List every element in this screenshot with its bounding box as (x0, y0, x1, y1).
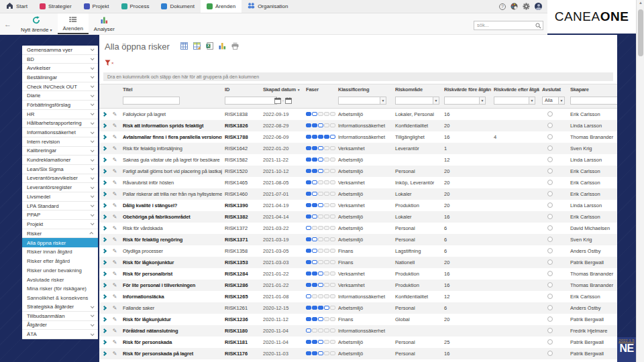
risk-title[interactable]: Otydliga processer (120, 248, 222, 254)
module-tab-strategier[interactable]: Strategier (34, 0, 78, 13)
edit-row-icon[interactable]: ✎ (109, 225, 120, 231)
sidebar-group-intern-revision[interactable]: Intern revision (22, 137, 98, 147)
expand-row-icon[interactable] (102, 135, 107, 139)
edit-row-icon[interactable]: ✎ (109, 259, 120, 265)
closed-radio[interactable] (547, 259, 553, 265)
titel-filter-input[interactable] (123, 97, 180, 105)
sidebar-group-projekt[interactable]: Projekt (22, 220, 98, 229)
table-row[interactable]: ✎Avtalsmallar finns i flera parallella v… (99, 131, 617, 143)
closed-radio[interactable] (547, 145, 553, 151)
edit-row-icon[interactable]: ✎ (109, 134, 120, 140)
edit-row-icon[interactable]: ✎ (109, 180, 120, 186)
closed-radio[interactable] (547, 248, 553, 253)
expand-row-icon[interactable] (102, 237, 107, 242)
sidebar-group-f-rb-ttringsf-rslag[interactable]: Förbättringsförslag (22, 101, 98, 110)
column-header-riskomrade[interactable]: Riskområde (392, 86, 441, 93)
tab-arenden[interactable]: Ärenden (58, 13, 89, 34)
sidebar-group--ta[interactable]: ÄTA (22, 330, 98, 339)
theme-icon[interactable] (511, 1, 518, 13)
module-tab-start[interactable]: Start (0, 0, 34, 13)
sidebar-group-diarie[interactable]: Diarie (22, 91, 98, 101)
edit-row-icon[interactable]: ✎ (109, 271, 120, 277)
closed-radio[interactable] (547, 157, 553, 162)
sidebar-group-avvikelser[interactable]: Avvikelser (22, 64, 98, 73)
table-row[interactable]: ✎Obehöriga på fabriksområdetRISK13822021… (99, 211, 617, 223)
print-icon[interactable] (231, 40, 239, 52)
filter-icon[interactable] (105, 57, 111, 69)
risk-title[interactable]: Farligt avfall glöms bort vid placering … (120, 168, 222, 174)
sidebar-group-risker[interactable]: Risker (22, 229, 98, 239)
risk-title[interactable]: Pallar riskerar att trilla ner från nya … (120, 191, 222, 197)
risk-title[interactable]: Informationsläcka (120, 294, 222, 300)
edit-row-icon[interactable]: ✎ (109, 351, 120, 357)
sidebar-item-alla-ppna-risker[interactable]: Alla öppna risker (22, 238, 98, 247)
sidebar-item-risker-innan-tg-rd[interactable]: Risker innan åtgärd (22, 247, 98, 257)
column-header-skapad-datum[interactable]: Skapad datum ▼ (260, 86, 303, 93)
edit-row-icon[interactable]: ✎ (109, 248, 120, 254)
excel-export-icon[interactable]: X (206, 40, 213, 52)
table-row[interactable]: ✎InformationsläckaRISK12652021-01-08Info… (99, 291, 617, 302)
sidebar-group-leverant-rsregister[interactable]: Leverantörsregister (22, 183, 98, 192)
closed-radio[interactable] (547, 271, 553, 276)
datagrid-view-icon[interactable] (180, 40, 188, 52)
column-header-id[interactable]: ID (222, 86, 260, 93)
expand-row-icon[interactable] (102, 203, 107, 208)
module-tab-projekt[interactable]: Projekt (78, 0, 115, 13)
column-header-avslutat[interactable]: Avslutat (539, 86, 568, 93)
edit-row-icon[interactable]: ✎ (109, 316, 120, 322)
risk-title[interactable]: Obehöriga på fabriksområdet (120, 214, 222, 220)
expand-row-icon[interactable] (102, 146, 107, 151)
table-row[interactable]: ✎Fallande sakerRISK12612020-12-15Arbetsm… (99, 302, 617, 314)
sidebar-item-mina-risker-f-r-risk-gare-[interactable]: Mina risker (för riskägare) (22, 284, 98, 294)
date-from-picker[interactable] (274, 95, 281, 107)
risk-title[interactable]: Risk för vårdskada (120, 225, 222, 231)
closed-radio[interactable] (547, 294, 553, 299)
edit-row-icon[interactable]: ✎ (109, 202, 120, 208)
table-row[interactable]: ✎Otydliga processerRISK13582021-03-05Fin… (99, 245, 617, 257)
edit-row-icon[interactable]: ✎ (109, 157, 120, 163)
risk-title[interactable]: Risk för felaktig införsäljning (120, 145, 222, 152)
edit-row-icon[interactable]: ✎ (109, 328, 120, 334)
table-row[interactable]: ✎Fallolyckor på lagretRISK18382022-09-19… (99, 109, 617, 120)
sidebar-group--tg-rder[interactable]: Åtgärder (22, 321, 98, 330)
closed-radio[interactable] (547, 316, 553, 322)
creator-filter-input[interactable] (570, 97, 617, 105)
risk-title[interactable]: Risk för personskada på lagret (120, 351, 222, 357)
closed-filter-select[interactable]: Alla▼ (542, 97, 565, 105)
sidebar-group-lpa-standard[interactable]: LPA Standard (22, 202, 98, 211)
column-header-skapare[interactable]: Skapare (568, 86, 617, 93)
help-icon[interactable]: ? (499, 3, 506, 10)
closed-radio[interactable] (547, 339, 553, 345)
chart-icon[interactable] (219, 40, 226, 52)
closed-radio[interactable] (547, 351, 553, 356)
scroll-up-arrow[interactable]: ▲ (637, 1, 644, 5)
sidebar-group-leverant-rsavvikelser[interactable]: Leverantörsavvikelser (22, 174, 98, 184)
sidebar-group-lean-six-sigma[interactable]: Lean/Six Sigma (22, 165, 98, 174)
table-row[interactable]: ✎Dålig kvalité i stängsel?RISK13902021-0… (99, 200, 617, 211)
sidebar-group-informationss-kerhet[interactable]: Informationssäkerhet (22, 128, 98, 137)
expand-row-icon[interactable] (102, 306, 107, 310)
closed-radio[interactable] (547, 180, 553, 185)
expand-row-icon[interactable] (102, 283, 107, 288)
new-case-button[interactable]: Nytt ärende ▾ (15, 13, 58, 34)
edit-row-icon[interactable]: ✎ (109, 294, 120, 300)
risk-title[interactable]: Saknas gula västar ute på lagret för bes… (120, 157, 222, 163)
edit-row-icon[interactable]: ✎ (109, 145, 120, 152)
module-tab-ärenden[interactable]: Ärenden (201, 0, 241, 13)
expand-row-icon[interactable] (102, 317, 107, 322)
user-avatar[interactable] (535, 3, 542, 10)
group-by-bar[interactable]: Dra en kolumnrubrik och släpp den här fö… (103, 72, 613, 81)
edit-row-icon[interactable]: ✎ (109, 168, 120, 174)
table-row[interactable]: ✎Risk för felaktig införsäljningRISK1642… (99, 143, 617, 154)
sidebar-item-risker-under-bevakning[interactable]: Risker under bevakning (22, 266, 98, 276)
closed-radio[interactable] (547, 191, 553, 196)
table-row[interactable]: ✎Saknas gula västar ute på lagret för be… (99, 154, 617, 166)
edit-row-icon[interactable]: ✎ (109, 214, 120, 220)
settings-icon[interactable] (523, 1, 530, 13)
risk-title[interactable]: Råvarubrist inför hösten (120, 180, 222, 186)
table-row[interactable]: ✎Borttappad produktionerRISK11402020-10-… (99, 359, 617, 362)
column-header-titel[interactable]: Titel (120, 86, 222, 93)
date-to-picker[interactable] (285, 95, 292, 107)
sidebar-group-best-llningar[interactable]: Beställningar (22, 73, 98, 82)
column-header-klassificering[interactable]: Klassificering (335, 86, 392, 93)
